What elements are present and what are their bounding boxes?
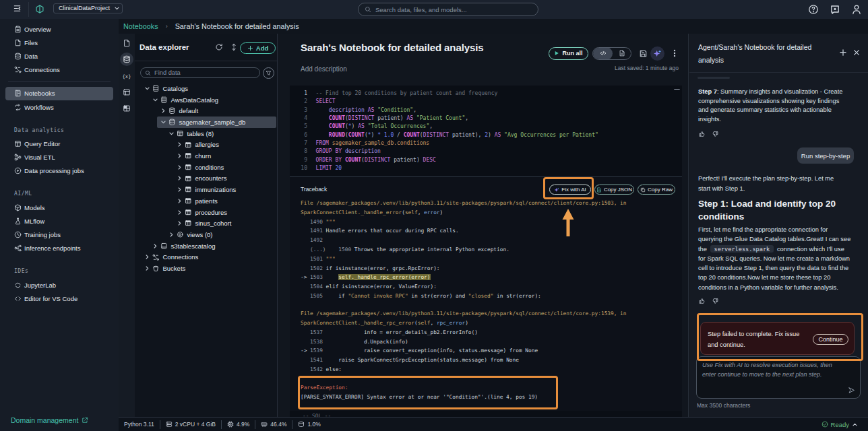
close-icon[interactable] — [852, 48, 861, 57]
feedback-icon[interactable] — [830, 4, 840, 15]
chevron-down-icon[interactable] — [168, 131, 175, 137]
chevron-right-icon[interactable] — [177, 175, 183, 181]
tree-item-encounters[interactable]: encounters — [173, 173, 227, 185]
tree-item-immunizations[interactable]: immunizations — [173, 184, 236, 195]
sidebar-item-jupyterlab[interactable]: JupyterLab — [5, 278, 113, 292]
tree-item-churn[interactable]: churn — [173, 150, 211, 162]
sql-code[interactable]: 1-- Find top 20 conditions by patient co… — [290, 90, 682, 172]
tree-item-sinus-cohort[interactable]: sinus_cohort — [173, 218, 231, 229]
copy-json-button[interactable]: Copy JSON — [594, 185, 634, 195]
status-item-2-vcpu-4-gib[interactable]: 2 vCPU + 4 GiB — [160, 421, 221, 428]
chevron-right-icon[interactable] — [177, 209, 183, 216]
add-description[interactable]: Add description — [301, 65, 347, 73]
expand-collapse-icon[interactable] — [230, 43, 238, 51]
thumbs-down-icon[interactable] — [712, 298, 718, 304]
tree-item-buckets[interactable]: Buckets — [141, 263, 185, 274]
tree-item-procedures[interactable]: procedures — [173, 207, 227, 218]
chevron-down-icon[interactable] — [152, 97, 158, 103]
sidebar-item-query-editor[interactable]: Query Editor — [5, 137, 113, 150]
tree-item-patients[interactable]: patients — [173, 195, 218, 207]
run-all-button[interactable]: Run all — [549, 47, 588, 60]
chevron-right-icon[interactable] — [177, 164, 183, 170]
chevron-right-icon[interactable] — [152, 243, 158, 249]
find-data-input[interactable]: Find data — [140, 67, 260, 78]
sidebar-item-connections[interactable]: Connections — [5, 63, 113, 77]
chevron-down-icon[interactable] — [144, 86, 150, 92]
new-chat-icon[interactable] — [839, 48, 847, 57]
fix-with-ai-button[interactable]: Fix with AI — [549, 185, 591, 195]
sidebar-item-mlflow[interactable]: MLflow — [5, 214, 113, 228]
status-item-python-3-11[interactable]: Python 3.11 — [119, 421, 160, 428]
save-button[interactable] — [639, 49, 648, 58]
chevron-right-icon[interactable] — [144, 265, 150, 271]
domain-management-link[interactable]: Domain management — [11, 416, 88, 424]
sidebar-item-training-jobs[interactable]: Training jobs — [5, 228, 113, 241]
help-icon[interactable] — [808, 4, 819, 15]
rail-braces-icon[interactable]: {x} — [120, 69, 133, 83]
tree-item-awsdatacatalog[interactable]: AwsDataCatalog — [149, 94, 218, 106]
plan-step-text: : Summary insights and visualization - C… — [698, 88, 842, 123]
chevron-right-icon[interactable] — [177, 141, 183, 147]
chevron-right-icon[interactable] — [144, 254, 150, 260]
status-item-4-9-[interactable]: 4.9% — [222, 421, 255, 428]
sidebar-item-overview[interactable]: Overview — [5, 22, 113, 36]
global-search-input[interactable]: Search data, files, and models... — [358, 3, 538, 16]
add-data-button[interactable]: Add — [240, 42, 276, 54]
project-selector[interactable]: ClinicalDataProject — [53, 3, 123, 13]
tree-item-s3tablescatalog[interactable]: s3tablescatalog — [149, 240, 216, 252]
copy-raw-button[interactable]: Copy Raw — [638, 185, 675, 195]
rail-panel-icon[interactable] — [120, 86, 133, 99]
refresh-icon[interactable] — [215, 43, 223, 51]
sidebar-item-files[interactable]: Files — [5, 36, 113, 49]
sidebar-item-editor-for-vs-code[interactable]: Editor for VS Code — [5, 292, 113, 305]
status-item-1-0-[interactable]: 1.0% — [292, 421, 326, 428]
more-actions-button[interactable] — [670, 48, 679, 59]
tree-item-sagemaker-sample-db[interactable]: sagemaker_sample_db — [157, 117, 276, 128]
chevron-down-icon[interactable] — [160, 119, 166, 125]
send-icon[interactable] — [848, 387, 855, 394]
tree-item-conditions[interactable]: conditions — [173, 162, 224, 173]
tree-item-default[interactable]: default — [157, 105, 198, 117]
chevron-right-icon[interactable] — [177, 220, 183, 226]
check-circle-icon — [822, 421, 828, 428]
etl-icon — [14, 154, 22, 161]
agent-plan-step-message: Step 7: Summary insights and visualizati… — [698, 88, 846, 125]
sidebar-item-workflows[interactable]: Workflows — [5, 100, 113, 114]
tree-item-label: conditions — [195, 164, 224, 171]
chevron-right-icon[interactable] — [160, 108, 166, 114]
sidebar-item-models[interactable]: Models — [5, 201, 113, 214]
continue-button[interactable]: Continue — [813, 334, 848, 345]
sidebar-toggle-icon[interactable] — [12, 5, 22, 12]
tree-item-allergies[interactable]: allergies — [173, 139, 219, 151]
chevron-right-icon[interactable] — [177, 153, 183, 159]
ai-assistant-button[interactable] — [650, 46, 664, 61]
status-item-46-4-[interactable]: 46.4% — [255, 421, 292, 428]
sidebar-item-notebooks[interactable]: Notebooks — [5, 87, 113, 100]
sidebar-item-visual-etl[interactable]: Visual ETL — [5, 151, 113, 164]
tree-item-connections[interactable]: Connections — [141, 252, 198, 263]
thumbs-down-icon[interactable] — [712, 131, 718, 137]
rail-file-icon[interactable] — [120, 36, 133, 50]
kernel-status[interactable]: Ready — [822, 421, 858, 428]
tree-item-tables-8-[interactable]: tables (8) — [165, 128, 214, 139]
sidebar-item-data-processing-jobs[interactable]: Data processing jobs — [5, 164, 113, 178]
doc-view-button[interactable] — [613, 50, 631, 57]
thumbs-up-icon[interactable] — [699, 298, 706, 304]
tree-item-catalogs[interactable]: Catalogs — [141, 83, 188, 94]
user-icon[interactable] — [851, 4, 862, 15]
filter-button[interactable] — [263, 67, 274, 79]
thumbs-up-icon[interactable] — [699, 131, 706, 137]
sidebar-item-data[interactable]: Data — [5, 49, 113, 63]
code-view-button[interactable] — [593, 47, 613, 60]
notebook-title: Sarah's Notebook for detailed analysis — [301, 42, 484, 53]
chevron-right-icon[interactable] — [177, 198, 183, 204]
sidebar-item-inference-endpoints[interactable]: Inference endpoints — [5, 242, 113, 255]
chevron-right-icon[interactable] — [168, 232, 175, 238]
breadcrumb-notebooks-link[interactable]: Notebooks — [123, 22, 158, 30]
agent-message-input[interactable]: Use Fix with AI to resolve execution iss… — [696, 356, 861, 399]
rail-grid-icon[interactable] — [120, 102, 133, 115]
chevron-right-icon[interactable] — [177, 187, 183, 193]
tree-item-views-0-[interactable]: views (0) — [165, 229, 213, 240]
run-step-by-step-button[interactable]: Run step-by-step — [797, 147, 854, 164]
rail-database-icon[interactable] — [120, 53, 133, 66]
